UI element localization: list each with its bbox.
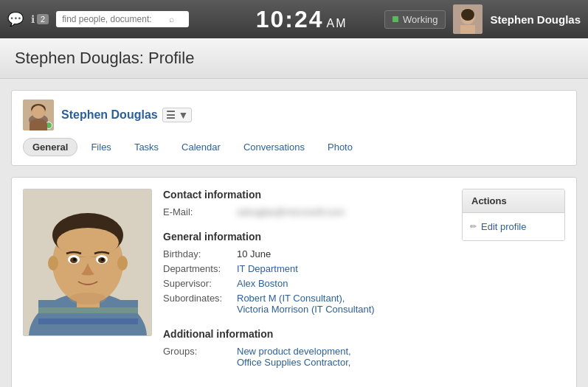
groups-label: Groups: (163, 346, 229, 368)
clock-display: 10:24AM (256, 6, 347, 33)
notification-badge: 2 (37, 14, 49, 24)
supervisor-label: Supervisor: (163, 278, 229, 289)
general-info-section: General information Birthday: 10 June De… (163, 231, 451, 315)
tab-general[interactable]: General (23, 138, 77, 156)
profile-menu-button[interactable]: ☰ ▼ (162, 108, 193, 122)
profile-tabs: General Files Tasks Calendar Conversatio… (23, 138, 565, 156)
svg-point-24 (101, 258, 104, 261)
subordinate-value-1[interactable]: Robert M (IT Consultant), (237, 293, 375, 304)
svg-point-23 (73, 258, 76, 261)
profile-card-header: Stephen Douglas ☰ ▼ General Files Tasks … (11, 90, 577, 166)
subordinates-label: Subordinates: (163, 293, 229, 315)
svg-point-6 (31, 104, 46, 114)
actions-header: Actions (463, 189, 564, 213)
notification-button[interactable]: ℹ 2 (31, 13, 49, 25)
svg-point-18 (117, 256, 128, 271)
email-label: E-Mail: (163, 206, 229, 217)
tab-tasks[interactable]: Tasks (125, 138, 168, 156)
tab-files[interactable]: Files (81, 138, 120, 156)
subordinates-row: Subordinates: Robert M (IT Consultant), … (163, 293, 451, 315)
user-avatar-small (453, 4, 482, 34)
time-value: 10:24 (256, 6, 324, 32)
profile-body: Contact information E-Mail: sdouglas@mic… (11, 177, 577, 387)
email-row: E-Mail: sdouglas@microsoft.com (163, 206, 451, 217)
edit-profile-button[interactable]: ✏ Edit profile (470, 219, 557, 234)
tab-calendar[interactable]: Calendar (172, 138, 230, 156)
status-dot (392, 16, 398, 22)
profile-mini-avatar (23, 100, 54, 130)
page-title: Stephen Douglas: Profile (15, 49, 573, 68)
ampm-value: AM (327, 17, 347, 29)
chat-icon[interactable]: 💬 (7, 11, 24, 27)
birthday-value: 10 June (237, 248, 271, 259)
search-input[interactable] (62, 14, 165, 24)
birthday-label: Birthday: (163, 248, 229, 259)
profile-info: Contact information E-Mail: sdouglas@mic… (163, 189, 451, 381)
profile-photo-large (23, 189, 152, 336)
actions-box: Actions ✏ Edit profile (462, 189, 565, 241)
groups-row: Groups: New product development, Office … (163, 346, 451, 368)
svg-rect-11 (38, 307, 138, 313)
svg-point-2 (461, 9, 474, 21)
contact-info-section: Contact information E-Mail: sdouglas@mic… (163, 189, 451, 217)
topbar: 💬 ℹ 2 ⌕ 10:24AM Working Stephen Douglas (0, 0, 588, 38)
svg-point-25 (69, 293, 106, 304)
edit-profile-label: Edit profile (481, 221, 526, 232)
svg-rect-12 (38, 318, 138, 324)
svg-point-7 (29, 114, 48, 126)
birthday-row: Birthday: 10 June (163, 248, 451, 259)
email-value: sdouglas@microsoft.com (237, 206, 345, 217)
main-content: Stephen Douglas ☰ ▼ General Files Tasks … (0, 79, 588, 387)
tab-conversations[interactable]: Conversations (234, 138, 314, 156)
additional-info-title: Additional information (163, 328, 451, 340)
svg-point-17 (48, 256, 58, 271)
pencil-icon: ✏ (470, 222, 477, 231)
supervisor-row: Supervisor: Alex Boston (163, 278, 451, 289)
departments-value[interactable]: IT Department (237, 263, 298, 274)
search-box[interactable]: ⌕ (56, 11, 189, 27)
contact-info-title: Contact information (163, 189, 451, 201)
profile-name-label: Stephen Douglas (61, 108, 158, 122)
departments-row: Departments: IT Department (163, 263, 451, 274)
actions-body: ✏ Edit profile (463, 213, 564, 240)
user-menu[interactable]: Stephen Douglas (453, 4, 581, 34)
info-icon: ℹ (31, 13, 35, 25)
tab-photo[interactable]: Photo (318, 138, 362, 156)
general-info-title: General information (163, 231, 451, 243)
supervisor-value[interactable]: Alex Boston (237, 278, 288, 289)
search-icon: ⌕ (169, 14, 174, 24)
actions-panel: Actions ✏ Edit profile (462, 189, 565, 381)
username-label: Stephen Douglas (490, 13, 581, 26)
subordinate-value-2[interactable]: Victoria Morrison (IT Consultant) (237, 304, 375, 315)
online-indicator (45, 122, 52, 129)
additional-info-section: Additional information Groups: New produ… (163, 328, 451, 368)
page-title-bar: Stephen Douglas: Profile (0, 38, 588, 79)
group-value-2[interactable]: Office Supplies Contractor, (237, 357, 351, 368)
departments-label: Departments: (163, 263, 229, 274)
status-button[interactable]: Working (384, 10, 446, 29)
status-label: Working (403, 14, 437, 25)
svg-rect-3 (460, 25, 475, 34)
group-value-1[interactable]: New product development, (237, 346, 351, 357)
